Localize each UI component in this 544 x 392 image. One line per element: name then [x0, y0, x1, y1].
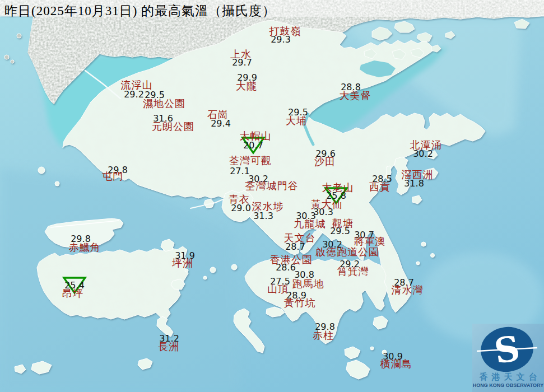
- station-name: 荃灣城門谷: [245, 181, 299, 191]
- station-value: 29.4: [211, 119, 231, 128]
- station-value: 31.8: [404, 179, 424, 188]
- station-name: 筲箕灣: [337, 267, 369, 277]
- hko-logo-en: HONG KONG OBSERVATORY: [472, 382, 544, 388]
- station-name: 啟德跑道公園: [315, 247, 379, 257]
- station-name: 沙田: [314, 157, 336, 167]
- station-name: 流浮山: [121, 80, 153, 90]
- station-value: 29.0: [231, 204, 251, 213]
- station-name: 荃灣可觀: [229, 156, 272, 166]
- station-value: 29.2: [124, 90, 144, 99]
- station-name: 長洲: [158, 342, 179, 352]
- station-name: 大隴: [236, 81, 257, 91]
- station-name: 深水埗: [252, 202, 284, 212]
- station-name: 山頂: [267, 284, 289, 294]
- station-name: 青衣: [229, 194, 250, 204]
- station-value: 30.2: [413, 150, 433, 158]
- station-name: 清水灣: [392, 285, 424, 295]
- station-name: 香港公園: [270, 255, 313, 265]
- station-name: 西貢: [369, 182, 390, 192]
- station-name: 赤柱: [313, 330, 334, 340]
- station-value: 27.1: [230, 167, 250, 176]
- hko-logo-symbol: S: [472, 324, 544, 372]
- station-name: 大埔: [286, 116, 307, 126]
- station-name: 大帽山: [240, 131, 272, 141]
- station-value: 31.3: [253, 212, 273, 221]
- station-name: 上水: [230, 49, 252, 59]
- hko-logo: S 香港天文台 HONG KONG OBSERVATORY: [472, 324, 544, 392]
- station-name: 屯門: [102, 171, 123, 181]
- station-name: 跑馬地: [292, 279, 324, 289]
- station-value: 28.7: [285, 242, 305, 251]
- station-name: 大美督: [340, 91, 371, 101]
- station-name: 將軍澳: [354, 236, 386, 246]
- station-name: 石崗: [207, 110, 229, 120]
- station-name: 黃大仙: [311, 199, 343, 209]
- hko-logo-zh: 香港天文台: [472, 372, 544, 382]
- station-name: 赤鱲角: [69, 242, 101, 253]
- station-name: 昂坪: [62, 288, 83, 298]
- station-name: 打鼓嶺: [269, 26, 301, 36]
- station-name: 天文台: [284, 233, 316, 243]
- station-name: 坪洲: [172, 258, 193, 268]
- stations-layer: 29.3打鼓嶺29.7上水29.9大隴29.2流浮山29.5濕地公園31.6元朗…: [0, 0, 544, 392]
- station-name: 黃竹坑: [284, 298, 316, 308]
- station-name: 觀塘: [332, 218, 354, 228]
- page-title: 昨日(2025年10月31日) 的最高氣溫（攝氏度）: [4, 2, 276, 20]
- station-name: 九龍城: [294, 219, 326, 229]
- station-name: 大老山: [322, 183, 354, 193]
- station-name: 北潭涌: [410, 140, 442, 150]
- station-name: 濕地公園: [143, 99, 185, 109]
- station-name: 元朗公園: [152, 122, 194, 132]
- station-value: 20.7: [243, 141, 263, 150]
- station-name: 橫瀾島: [380, 359, 412, 369]
- station-name: 滘西洲: [402, 170, 434, 180]
